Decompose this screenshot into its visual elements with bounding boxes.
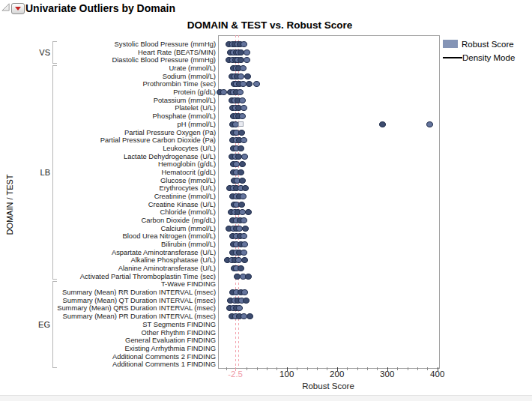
row-label[interactable]: General Evaluation FINDING — [125, 337, 216, 344]
group-bracket — [52, 65, 53, 280]
data-point[interactable] — [241, 250, 247, 256]
x-tick-minor — [317, 367, 318, 370]
data-point[interactable] — [240, 193, 247, 199]
row-label[interactable]: Other Rhythm FINDING — [142, 329, 217, 337]
report-title: Univariate Outliers by Domain — [25, 2, 175, 14]
legend-label: Density Mode — [462, 53, 515, 62]
data-point[interactable] — [243, 298, 250, 304]
group-label-eg[interactable]: EG — [38, 320, 50, 329]
row-label[interactable]: Erythrocytes (U/L) — [159, 184, 216, 192]
group-bracket-cap — [52, 367, 57, 368]
row-label[interactable]: Hemoglobin (g/dL) — [158, 160, 216, 168]
data-point[interactable] — [240, 65, 247, 71]
x-tick-minor — [427, 367, 428, 370]
x-tick-minor — [408, 367, 408, 370]
row-label[interactable]: Glucose (mmol/L) — [160, 177, 216, 184]
row-label[interactable]: Alkaline Phosphatase (U/L) — [130, 256, 216, 264]
group-bracket-cap — [52, 41, 57, 42]
group-bracket-cap — [52, 63, 57, 64]
data-point[interactable] — [241, 154, 248, 160]
x-tick-minor — [327, 367, 327, 370]
data-point[interactable] — [247, 313, 253, 319]
row-label[interactable]: Creatinine (mmol/L) — [154, 193, 216, 200]
data-point[interactable] — [238, 169, 244, 175]
row-label[interactable]: Additional Comments 2 FINDING — [112, 353, 216, 361]
legend-square-swatch — [443, 40, 458, 48]
data-point[interactable] — [379, 121, 386, 127]
row-label[interactable]: Heart Rate (BEATS/MIN) — [138, 49, 216, 56]
x-tick-minor — [397, 367, 398, 370]
data-point[interactable] — [245, 209, 252, 215]
row-label[interactable]: Alanine Aminotransferase (U/L) — [118, 265, 216, 272]
row-label[interactable]: Urate (mmol/L) — [169, 64, 216, 72]
data-point[interactable] — [239, 178, 246, 184]
row-label[interactable]: Carbon Dioxide (mg/dL) — [141, 217, 216, 224]
x-tick-minor — [307, 367, 308, 370]
row-label[interactable]: Bilirubin (mmol/L) — [161, 241, 216, 248]
row-label[interactable]: Leukocytes (U/L) — [163, 145, 216, 152]
data-point[interactable] — [241, 41, 247, 47]
data-point[interactable] — [220, 89, 227, 95]
x-tick-minor — [267, 367, 267, 370]
data-point[interactable] — [242, 185, 249, 191]
selected-data-point[interactable] — [238, 121, 244, 127]
row-label[interactable]: Potassium (mmol/L) — [154, 97, 216, 104]
data-point[interactable] — [238, 130, 245, 136]
legend: Robust ScoreDensity Mode — [443, 39, 515, 66]
legend-item[interactable]: Robust Score — [443, 39, 515, 49]
row-label[interactable]: Summary (Mean) QRS Duration INTERVAL (ms… — [57, 304, 216, 312]
legend-line-swatch — [443, 57, 462, 58]
row-label[interactable]: Existing Arrhythmia FINDING — [125, 345, 216, 352]
row-label[interactable]: Blood Urea Nitrogen (mmol/L) — [122, 232, 216, 240]
row-label[interactable]: ST Segments FINDING — [142, 321, 216, 328]
row-label[interactable]: Summary (Mean) RR Duration INTERVAL (mse… — [62, 289, 216, 296]
chart-title: DOMAIN & TEST vs. Robust Score — [97, 19, 442, 31]
x-tick-minor — [357, 367, 358, 370]
row-label[interactable]: Chloride (mmol/L) — [160, 208, 217, 216]
row-label[interactable]: Platelet (U/L) — [175, 104, 216, 112]
row-label[interactable]: Systolic Blood Pressure (mmHg) — [115, 40, 216, 48]
status-bar — [0, 395, 532, 401]
row-label[interactable]: Additional Comments 1 FINDING — [112, 361, 216, 368]
row-label[interactable]: pH (mmol/L) — [177, 121, 216, 128]
row-label[interactable]: Activated Partial Thromboplastin Time (s… — [80, 273, 216, 280]
row-label[interactable]: Phosphate (mmol/L) — [153, 112, 216, 120]
data-point[interactable] — [238, 73, 244, 79]
x-tick-minor — [377, 367, 378, 370]
group-label-vs[interactable]: VS — [39, 48, 50, 57]
row-label[interactable]: Partial Pressure Carbon Dioxide (Pa) — [100, 136, 216, 144]
legend-item[interactable]: Density Mode — [443, 52, 515, 62]
data-point[interactable] — [241, 241, 248, 247]
data-point[interactable] — [242, 226, 249, 232]
row-label[interactable]: Aspartate Aminotransferase (U/L) — [112, 249, 216, 256]
x-tick-minor — [257, 367, 258, 370]
data-point[interactable] — [244, 49, 250, 55]
row-label[interactable]: Partial Pressure Oxygen (Pa) — [124, 129, 216, 136]
row-label[interactable]: Prothrombin Time (sec) — [143, 80, 216, 88]
row-label[interactable]: Creatine Kinase (U/L) — [148, 201, 216, 208]
group-bracket-cap — [52, 281, 57, 282]
data-point[interactable] — [426, 121, 433, 127]
group-label-lb[interactable]: LB — [40, 168, 50, 177]
disclosure-button[interactable] — [11, 3, 25, 14]
report-window: Univariate Outliers by Domain DOMAIN & T… — [0, 0, 532, 401]
data-point[interactable] — [241, 233, 247, 239]
row-label[interactable]: Hematocrit (g/dL) — [162, 169, 216, 176]
data-point[interactable] — [244, 73, 251, 79]
row-label[interactable]: Protein (g/dL) — [173, 88, 216, 96]
legend-label: Robust Score — [462, 40, 514, 49]
row-label[interactable]: Summary (Mean) QT Duration INTERVAL (mse… — [63, 297, 216, 304]
data-point[interactable] — [239, 161, 246, 167]
row-label[interactable]: Diastolic Blood Pressure (mmHg) — [112, 56, 216, 64]
x-tick-minor — [247, 367, 247, 370]
row-label[interactable]: Calcium (mmol/L) — [161, 225, 216, 232]
x-axis-title: Robust Score — [218, 382, 438, 391]
row-label[interactable]: Summary (Mean) PR Duration INTERVAL (mse… — [62, 313, 216, 320]
group-bracket — [52, 281, 53, 368]
x-tick-label: 400 — [430, 370, 444, 379]
outline-collapse-icon[interactable] — [1, 2, 10, 12]
row-label[interactable]: Lactate Dehydrogenase (U/L) — [124, 153, 216, 160]
row-label[interactable]: Sodium (mmol/L) — [163, 73, 216, 80]
row-label[interactable]: T-Wave FINDING — [161, 280, 216, 288]
data-point[interactable] — [238, 202, 245, 208]
